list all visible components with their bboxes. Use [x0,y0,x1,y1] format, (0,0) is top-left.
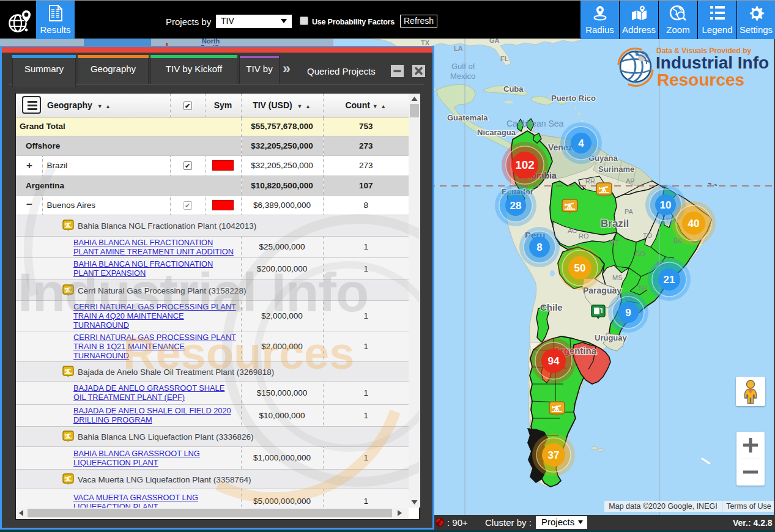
svg-text:FL: FL [500,55,509,62]
svg-text:LA: LA [454,45,463,52]
svg-text:PA: PA [625,208,634,215]
svg-text:Guatemala: Guatemala [447,113,488,122]
svg-text:Uruguay: Uruguay [595,333,628,342]
svg-text:102: 102 [515,158,535,171]
svg-text:28: 28 [510,200,522,212]
svg-text:Chile: Chile [540,302,563,312]
svg-text:Caribbean Sea: Caribbean Sea [506,119,564,128]
svg-text:MS: MS [612,274,623,281]
svg-text:9: 9 [625,307,631,319]
svg-text:Mexico: Mexico [450,72,475,81]
svg-text:40: 40 [688,218,700,229]
svg-text:Brazil: Brazil [601,218,629,229]
svg-text:GO: GO [635,250,646,257]
svg-text:TO: TO [643,232,653,239]
svg-text:Puerto Rico: Puerto Rico [551,94,596,103]
svg-text:Cuba: Cuba [503,84,524,94]
svg-text:94: 94 [548,355,560,367]
svg-text:4: 4 [578,138,584,149]
svg-text:GA: GA [489,39,500,44]
svg-text:50: 50 [574,262,586,274]
svg-text:10: 10 [660,199,672,211]
svg-text:8: 8 [536,242,542,253]
svg-text:RR: RR [585,177,595,185]
svg-text:Gulf of: Gulf of [451,62,475,71]
svg-text:AC: AC [568,227,577,234]
svg-text:RO: RO [579,232,589,240]
svg-text:SP: SP [639,284,648,292]
svg-text:Suriname: Suriname [598,164,634,174]
svg-text:MT: MT [609,239,619,246]
svg-text:37: 37 [548,449,560,461]
svg-text:21: 21 [664,274,675,286]
svg-text:Nicaragua: Nicaragua [477,128,516,137]
svg-text:AP: AP [626,177,635,185]
